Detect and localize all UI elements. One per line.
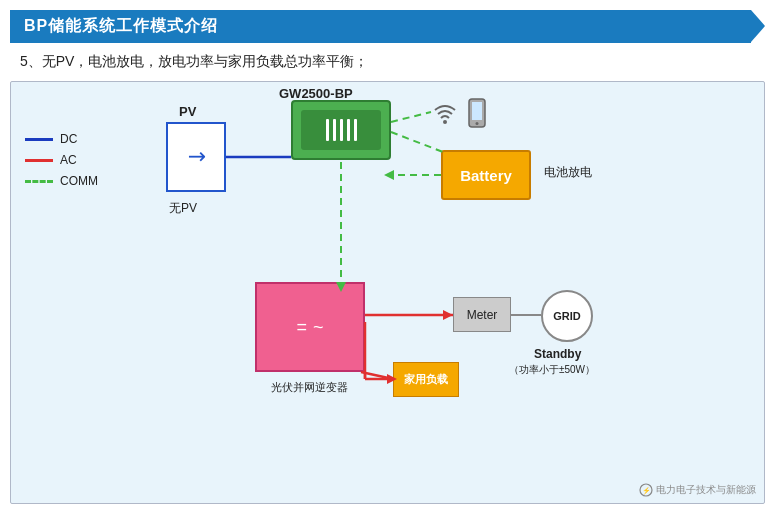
- comm-label: COMM: [60, 174, 98, 188]
- pv-box: ↘: [166, 122, 226, 192]
- pv-sublabel: 无PV: [169, 200, 197, 217]
- dc-label: DC: [60, 132, 77, 146]
- ac-label: AC: [60, 153, 77, 167]
- legend: DC AC COMM: [25, 132, 98, 188]
- inverter-ac-sign: ~: [313, 317, 324, 338]
- legend-comm: COMM: [25, 174, 98, 188]
- header-bar: BP储能系统工作模式介绍: [10, 10, 751, 43]
- svg-line-17: [391, 132, 443, 152]
- inverter-dc-sign: =: [296, 317, 307, 338]
- wireless-icons: [431, 98, 487, 128]
- standby-label: Standby: [534, 347, 581, 361]
- svg-point-0: [443, 120, 447, 124]
- gw-inner: [301, 110, 381, 150]
- svg-rect-2: [472, 102, 482, 120]
- inverter-symbol: = ~: [296, 317, 323, 338]
- watermark-icon: ⚡: [639, 483, 653, 497]
- svg-line-18: [391, 112, 431, 122]
- gw-line-5: [354, 119, 357, 141]
- ac-line: [25, 159, 53, 162]
- phone-icon: [467, 98, 487, 128]
- svg-marker-10: [443, 310, 453, 320]
- watermark-text: 电力电子技术与新能源: [656, 483, 756, 497]
- battery-box: Battery: [441, 150, 531, 200]
- grid-circle: GRID: [541, 290, 593, 342]
- comm-line: [25, 180, 53, 183]
- header-arrow: [751, 10, 765, 42]
- gw-line-1: [326, 119, 329, 141]
- homeload-box: 家用负载: [393, 362, 459, 397]
- gw-line-4: [347, 119, 350, 141]
- wifi-icon: [431, 102, 459, 124]
- gw-line-2: [333, 119, 336, 141]
- gw-lines: [326, 119, 357, 141]
- svg-point-3: [476, 122, 479, 125]
- battery-discharge-label: 电池放电: [544, 164, 592, 181]
- legend-dc: DC: [25, 132, 98, 146]
- battery-text: Battery: [460, 167, 512, 184]
- inverter-box: = ~: [255, 282, 365, 372]
- svg-marker-8: [384, 170, 394, 180]
- pv-label: PV: [179, 104, 196, 119]
- standby-sub: （功率小于±50W）: [509, 363, 595, 377]
- gw-device: [291, 100, 391, 160]
- inverter-label: 光伏并网逆变器: [259, 380, 359, 395]
- legend-ac: AC: [25, 153, 98, 167]
- grid-label: GRID: [553, 310, 581, 322]
- meter-label: Meter: [467, 308, 498, 322]
- homeload-label: 家用负载: [404, 372, 448, 387]
- diagram-area: DC AC COMM PV ↘ 无PV GW2500-BP: [10, 81, 765, 504]
- svg-line-12: [361, 372, 393, 379]
- meter-box: Meter: [453, 297, 511, 332]
- pv-arrow-icon: ↘: [180, 141, 211, 172]
- header-title: BP储能系统工作模式介绍: [24, 16, 218, 37]
- watermark: ⚡ 电力电子技术与新能源: [639, 483, 756, 497]
- page-container: BP储能系统工作模式介绍 5、无PV，电池放电，放电功率与家用负载总功率平衡； …: [0, 0, 775, 512]
- gw-line-3: [340, 119, 343, 141]
- gw-device-label: GW2500-BP: [279, 86, 353, 101]
- svg-text:⚡: ⚡: [642, 486, 651, 495]
- subtitle: 5、无PV，电池放电，放电功率与家用负载总功率平衡；: [0, 43, 775, 81]
- dc-line: [25, 138, 53, 141]
